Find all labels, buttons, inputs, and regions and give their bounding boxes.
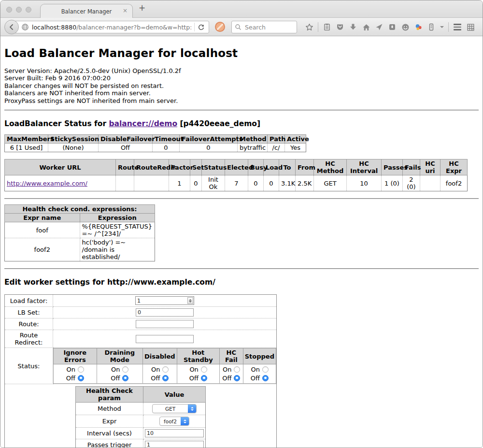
reload-button[interactable] xyxy=(198,24,205,31)
screenshot-icon[interactable] xyxy=(388,23,397,31)
form-row-health-check: Health Check param Value Method GET xyxy=(5,384,277,448)
cell-disablefailover: Off xyxy=(99,144,153,152)
close-window-button[interactable] xyxy=(6,7,12,13)
ignore-errors-off-radio[interactable] xyxy=(78,375,84,381)
grid-extension-icon[interactable] xyxy=(466,23,475,31)
adblock-icon[interactable] xyxy=(215,22,225,32)
interval-input[interactable] xyxy=(145,429,204,437)
col-disablefailover: DisableFailover xyxy=(99,135,153,144)
hc-header-row: Health Check param Value xyxy=(76,387,206,403)
bookmark-star-icon[interactable] xyxy=(305,23,313,31)
globe-icon xyxy=(21,23,29,31)
navigation-toolbar: localhost:8880/balancer-manager?b=demo&w… xyxy=(0,18,483,36)
col-ignore-errors: Ignore Errors xyxy=(54,348,97,364)
worker-url-link[interactable]: http://www.example.com/ xyxy=(7,180,87,187)
col-hc-uri: HC uri xyxy=(420,159,440,175)
interval-label: Interval (secs) xyxy=(76,428,143,439)
cell-load: 0 xyxy=(264,175,279,191)
tab-close-icon[interactable]: × xyxy=(123,7,128,14)
back-icon xyxy=(8,24,15,30)
hc-fail-off-radio[interactable] xyxy=(234,375,240,381)
server-version: Server Version: Apache/2.5.0-dev (Unix) … xyxy=(4,67,479,74)
dropdown-caret-icon[interactable] xyxy=(440,26,444,28)
cell-routeredir xyxy=(134,175,169,191)
sidebar-panel-icon[interactable] xyxy=(427,23,436,31)
col-hc-value: Value xyxy=(143,387,206,403)
status-radio-row: On Off On Off On Off xyxy=(54,364,276,384)
pocket-icon[interactable] xyxy=(336,23,344,31)
stopped-on-radio[interactable] xyxy=(262,366,269,373)
draining-mode-off-radio[interactable] xyxy=(122,375,128,381)
balancer-demo-link[interactable]: balancer://demo xyxy=(109,119,177,128)
method-selected-value: GET xyxy=(153,405,188,413)
status-options-table: Ignore Errors Draining Mode Disabled Hot… xyxy=(53,348,276,384)
number-stepper-icon[interactable] xyxy=(187,297,193,304)
table-header-row: Worker URL Route RouteRedir Factor Set S… xyxy=(5,159,468,175)
expr-selected-value: foof2 xyxy=(160,417,181,425)
search-bar[interactable] xyxy=(231,21,297,33)
route-input[interactable] xyxy=(136,320,194,328)
edit-worker-heading: Edit worker settings for http://www.exam… xyxy=(4,278,479,287)
hc-row-expr: Expr foof2 xyxy=(76,415,206,428)
divider xyxy=(4,110,479,111)
cell-passes: 1 (0) xyxy=(382,175,403,191)
passes-input[interactable] xyxy=(145,441,204,448)
download-icon[interactable] xyxy=(349,23,357,31)
hc-row-passes: Passes trigger xyxy=(76,439,206,448)
method-select[interactable]: GET xyxy=(152,404,197,413)
colors-icon[interactable] xyxy=(414,23,423,31)
load-factor-field[interactable] xyxy=(136,298,187,304)
divider xyxy=(194,23,195,31)
disabled-off-radio[interactable] xyxy=(162,375,169,381)
new-tab-button[interactable]: + xyxy=(139,3,145,13)
notice-persist: Balancer changes will NOT be persisted o… xyxy=(4,82,479,89)
col-hc-expr: HC Expr xyxy=(440,159,468,175)
cell-expression: %{REQUEST_STATUS} =~ /^[234]/ xyxy=(80,222,155,238)
toolbar-icons xyxy=(305,18,475,36)
col-expr-name: Expr name xyxy=(5,214,80,222)
status-header-row: Ignore Errors Draining Mode Disabled Hot… xyxy=(54,348,276,364)
lb-set-input[interactable] xyxy=(136,308,194,317)
search-input[interactable] xyxy=(244,23,292,31)
cell-stickysession: (None) xyxy=(48,144,99,152)
status-label: Status: xyxy=(5,348,53,384)
smiley-icon[interactable] xyxy=(401,23,410,31)
health-check-param-table: Health Check param Value Method GET xyxy=(75,386,206,448)
url-text[interactable]: localhost:8880/balancer-manager?b=demo&w… xyxy=(32,24,191,31)
col-hc-interval: HC Interval xyxy=(347,159,382,175)
zoom-window-button[interactable] xyxy=(26,7,31,13)
col-busy: Busy xyxy=(248,159,264,175)
hc-fail-on-radio[interactable] xyxy=(234,366,240,373)
cell-busy: 0 xyxy=(248,175,264,191)
hot-standby-off-radio[interactable] xyxy=(201,375,207,381)
ignore-errors-on-radio[interactable] xyxy=(78,366,84,373)
col-timeout: Timeout xyxy=(153,135,180,144)
table-header-row: MaxMembers StickySession DisableFailover… xyxy=(5,135,306,144)
cell-hc-method: GET xyxy=(314,175,347,191)
col-route: Route xyxy=(116,159,134,175)
col-routeredir: RouteRedir xyxy=(134,159,169,175)
col-set: Set xyxy=(190,159,202,175)
route-redirect-input[interactable] xyxy=(136,335,194,343)
stopped-off-radio[interactable] xyxy=(262,375,269,381)
back-button[interactable] xyxy=(4,20,19,34)
method-label: Method xyxy=(76,403,143,415)
url-bar[interactable]: localhost:8880/balancer-manager?b=demo&w… xyxy=(12,21,209,33)
minimize-window-button[interactable] xyxy=(16,7,22,13)
table-row: http://www.example.com/ 1 0 Init Ok 7 0 … xyxy=(5,175,468,191)
menu-icon[interactable] xyxy=(453,23,462,31)
disabled-on-radio[interactable] xyxy=(162,366,169,373)
on-label: On xyxy=(111,366,120,373)
load-factor-input[interactable] xyxy=(135,296,194,305)
home-icon[interactable] xyxy=(362,23,370,31)
table-header-row: Expr name Expression xyxy=(5,214,155,222)
tab-balancer-manager[interactable]: Balancer Manager × xyxy=(40,4,133,18)
hot-standby-on-radio[interactable] xyxy=(201,366,207,373)
route-redirect-label: Route Redirect: xyxy=(5,330,53,348)
reading-list-icon[interactable] xyxy=(323,23,331,31)
divider xyxy=(318,22,318,32)
draining-mode-on-radio[interactable] xyxy=(122,366,128,373)
search-icon xyxy=(235,24,242,30)
send-icon[interactable] xyxy=(375,23,384,31)
expr-select[interactable]: foof2 xyxy=(159,417,189,426)
